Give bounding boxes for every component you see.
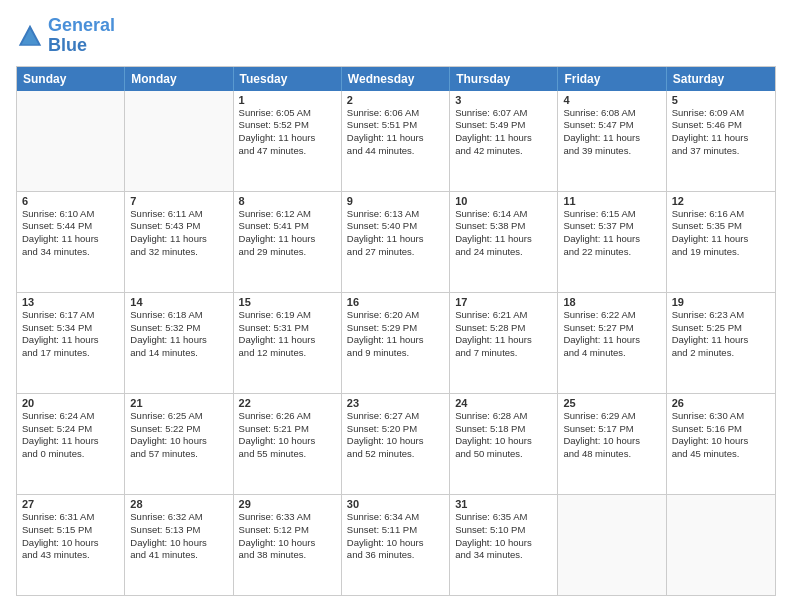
cell-line: Daylight: 11 hours [22, 233, 119, 246]
cal-cell: 4Sunrise: 6:08 AMSunset: 5:47 PMDaylight… [558, 91, 666, 191]
cell-line: Sunrise: 6:18 AM [130, 309, 227, 322]
cell-line: Sunset: 5:27 PM [563, 322, 660, 335]
cell-line: Daylight: 11 hours [563, 233, 660, 246]
cell-line: and 45 minutes. [672, 448, 770, 461]
day-number: 23 [347, 397, 444, 409]
cell-line: Sunset: 5:17 PM [563, 423, 660, 436]
day-number: 14 [130, 296, 227, 308]
cal-cell [17, 91, 125, 191]
cell-line: Daylight: 11 hours [239, 233, 336, 246]
cal-cell: 31Sunrise: 6:35 AMSunset: 5:10 PMDayligh… [450, 495, 558, 595]
cell-line: Sunset: 5:41 PM [239, 220, 336, 233]
cal-cell [558, 495, 666, 595]
cal-cell: 19Sunrise: 6:23 AMSunset: 5:25 PMDayligh… [667, 293, 775, 393]
cal-cell: 18Sunrise: 6:22 AMSunset: 5:27 PMDayligh… [558, 293, 666, 393]
cell-line: Sunrise: 6:11 AM [130, 208, 227, 221]
cell-line: Daylight: 10 hours [130, 435, 227, 448]
day-number: 5 [672, 94, 770, 106]
cell-line: Sunset: 5:47 PM [563, 119, 660, 132]
day-number: 1 [239, 94, 336, 106]
cell-line: Sunrise: 6:12 AM [239, 208, 336, 221]
header-day-sunday: Sunday [17, 67, 125, 91]
day-number: 8 [239, 195, 336, 207]
cell-line: and 2 minutes. [672, 347, 770, 360]
cal-cell: 5Sunrise: 6:09 AMSunset: 5:46 PMDaylight… [667, 91, 775, 191]
cell-line: and 39 minutes. [563, 145, 660, 158]
cell-line: Sunset: 5:22 PM [130, 423, 227, 436]
cal-cell: 25Sunrise: 6:29 AMSunset: 5:17 PMDayligh… [558, 394, 666, 494]
cell-line: Sunset: 5:21 PM [239, 423, 336, 436]
cell-line: Sunset: 5:37 PM [563, 220, 660, 233]
cell-line: Daylight: 10 hours [347, 435, 444, 448]
header-day-monday: Monday [125, 67, 233, 91]
cell-line: Sunrise: 6:13 AM [347, 208, 444, 221]
cell-line: and 36 minutes. [347, 549, 444, 562]
day-number: 30 [347, 498, 444, 510]
cell-line: Sunset: 5:28 PM [455, 322, 552, 335]
cell-line: Sunset: 5:40 PM [347, 220, 444, 233]
cal-cell: 23Sunrise: 6:27 AMSunset: 5:20 PMDayligh… [342, 394, 450, 494]
cal-cell: 8Sunrise: 6:12 AMSunset: 5:41 PMDaylight… [234, 192, 342, 292]
day-number: 12 [672, 195, 770, 207]
cell-line: Daylight: 10 hours [130, 537, 227, 550]
day-number: 28 [130, 498, 227, 510]
cal-cell: 12Sunrise: 6:16 AMSunset: 5:35 PMDayligh… [667, 192, 775, 292]
cal-cell: 22Sunrise: 6:26 AMSunset: 5:21 PMDayligh… [234, 394, 342, 494]
cell-line: Sunset: 5:20 PM [347, 423, 444, 436]
cell-line: and 37 minutes. [672, 145, 770, 158]
day-number: 24 [455, 397, 552, 409]
cal-cell: 3Sunrise: 6:07 AMSunset: 5:49 PMDaylight… [450, 91, 558, 191]
cell-line: Sunrise: 6:28 AM [455, 410, 552, 423]
cell-line: Sunset: 5:18 PM [455, 423, 552, 436]
cell-line: Daylight: 11 hours [130, 233, 227, 246]
header-day-friday: Friday [558, 67, 666, 91]
cell-line: and 55 minutes. [239, 448, 336, 461]
cell-line: and 44 minutes. [347, 145, 444, 158]
day-number: 7 [130, 195, 227, 207]
cell-line: and 19 minutes. [672, 246, 770, 259]
cell-line: Sunrise: 6:24 AM [22, 410, 119, 423]
cell-line: Sunrise: 6:34 AM [347, 511, 444, 524]
cal-cell: 9Sunrise: 6:13 AMSunset: 5:40 PMDaylight… [342, 192, 450, 292]
cal-cell: 24Sunrise: 6:28 AMSunset: 5:18 PMDayligh… [450, 394, 558, 494]
day-number: 19 [672, 296, 770, 308]
cell-line: Sunrise: 6:33 AM [239, 511, 336, 524]
cell-line: Daylight: 11 hours [455, 334, 552, 347]
cell-line: and 9 minutes. [347, 347, 444, 360]
cal-cell: 6Sunrise: 6:10 AMSunset: 5:44 PMDaylight… [17, 192, 125, 292]
day-number: 18 [563, 296, 660, 308]
day-number: 31 [455, 498, 552, 510]
calendar-body: 1Sunrise: 6:05 AMSunset: 5:52 PMDaylight… [17, 91, 775, 595]
cell-line: Sunset: 5:11 PM [347, 524, 444, 537]
day-number: 27 [22, 498, 119, 510]
cell-line: Sunset: 5:35 PM [672, 220, 770, 233]
cell-line: Sunset: 5:31 PM [239, 322, 336, 335]
day-number: 22 [239, 397, 336, 409]
cell-line: and 24 minutes. [455, 246, 552, 259]
cell-line: and 14 minutes. [130, 347, 227, 360]
cell-line: Sunset: 5:34 PM [22, 322, 119, 335]
week-row-3: 20Sunrise: 6:24 AMSunset: 5:24 PMDayligh… [17, 393, 775, 494]
cell-line: Daylight: 10 hours [22, 537, 119, 550]
cell-line: and 50 minutes. [455, 448, 552, 461]
cal-cell: 14Sunrise: 6:18 AMSunset: 5:32 PMDayligh… [125, 293, 233, 393]
cal-cell: 28Sunrise: 6:32 AMSunset: 5:13 PMDayligh… [125, 495, 233, 595]
day-number: 20 [22, 397, 119, 409]
cell-line: and 57 minutes. [130, 448, 227, 461]
cell-line: Sunset: 5:46 PM [672, 119, 770, 132]
cal-cell: 1Sunrise: 6:05 AMSunset: 5:52 PMDaylight… [234, 91, 342, 191]
cell-line: Daylight: 11 hours [455, 233, 552, 246]
cell-line: Daylight: 11 hours [130, 334, 227, 347]
week-row-2: 13Sunrise: 6:17 AMSunset: 5:34 PMDayligh… [17, 292, 775, 393]
cell-line: Daylight: 11 hours [347, 233, 444, 246]
cell-line: Sunset: 5:13 PM [130, 524, 227, 537]
cal-cell: 13Sunrise: 6:17 AMSunset: 5:34 PMDayligh… [17, 293, 125, 393]
week-row-1: 6Sunrise: 6:10 AMSunset: 5:44 PMDaylight… [17, 191, 775, 292]
cell-line: and 29 minutes. [239, 246, 336, 259]
day-number: 21 [130, 397, 227, 409]
cal-cell [125, 91, 233, 191]
cell-line: Daylight: 11 hours [22, 334, 119, 347]
cell-line: Sunrise: 6:09 AM [672, 107, 770, 120]
page: General Blue SundayMondayTuesdayWednesda… [0, 0, 792, 612]
logo-text: General Blue [48, 16, 115, 56]
